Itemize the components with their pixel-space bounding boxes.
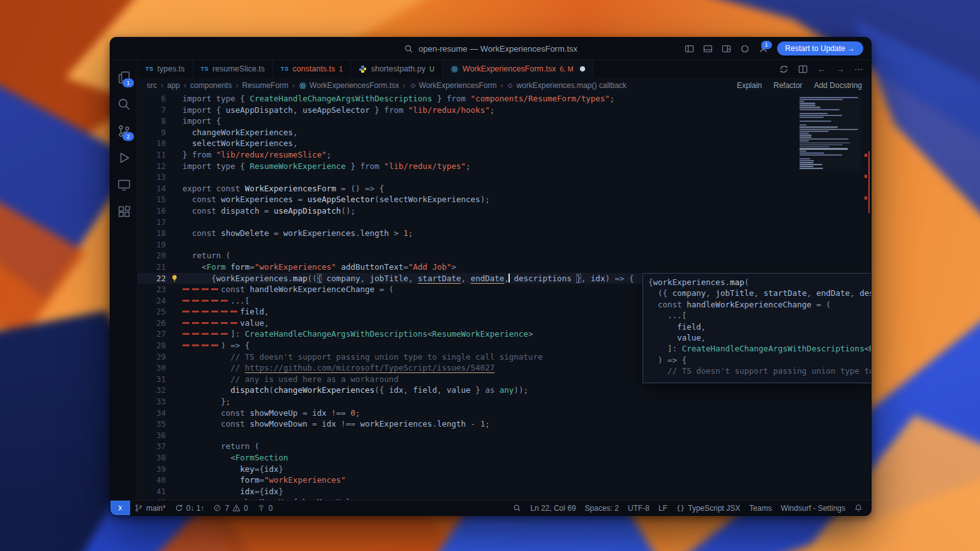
account-icon[interactable]: 1	[759, 44, 768, 54]
code-line-34[interactable]: 34 const showMoveUp = idx !== 0;	[138, 408, 871, 419]
line-number[interactable]: 22	[138, 273, 166, 284]
breadcrumb-item[interactable]: app	[167, 81, 180, 90]
status-remote[interactable]	[110, 501, 130, 515]
status-sync[interactable]: 0↓ 1↑	[170, 501, 209, 515]
breadcrumb-item[interactable]: WorkExperiencesForm.tsx	[299, 81, 399, 90]
activity-search[interactable]	[110, 91, 137, 117]
open-changes-icon[interactable]	[779, 64, 789, 74]
minimap[interactable]	[799, 96, 861, 171]
line-number[interactable]: 19	[138, 239, 166, 251]
status-ports[interactable]: 0	[253, 501, 278, 515]
line-number[interactable]: 27	[138, 328, 166, 340]
tab-resumeSlice.ts[interactable]: TSresumeSlice.ts	[193, 60, 274, 78]
line-number[interactable]: 33	[138, 396, 166, 408]
line-number[interactable]: 28	[138, 340, 166, 351]
layout-sidebar-icon[interactable]	[685, 44, 694, 54]
code-line-6[interactable]: 6import type { CreateHandleChangeArgsWit…	[138, 93, 871, 105]
line-number[interactable]: 9	[138, 127, 166, 138]
activity-explorer[interactable]: 1	[110, 64, 137, 91]
codeium-status-icon[interactable]	[740, 44, 750, 54]
window-title[interactable]: open-resume — WorkExperiencesForm.tsx	[404, 44, 577, 54]
code-action-explain[interactable]: Explain	[737, 81, 762, 90]
lightbulb-icon[interactable]	[166, 273, 182, 284]
tab-shortestpath.py[interactable]: shortestpath.pyU	[351, 60, 442, 78]
code-line-41[interactable]: 41 idx={idx}	[138, 486, 871, 497]
code-line-32[interactable]: 32 dispatch(changeWorkExperiences({ idx,…	[138, 385, 871, 396]
line-number[interactable]: 11	[138, 149, 166, 161]
line-number[interactable]: 8	[138, 115, 166, 127]
code-line-17[interactable]: 17	[138, 217, 871, 228]
status-encoding[interactable]: UTF-8	[623, 501, 654, 515]
code-line-39[interactable]: 39 key={idx}	[138, 464, 871, 475]
breadcrumb-item[interactable]: workExperiences.map() callback	[507, 81, 627, 90]
line-number[interactable]: 32	[138, 385, 166, 396]
code-line-35[interactable]: 35 const showMoveDown = idx !== workExpe…	[138, 418, 871, 430]
line-number[interactable]: 10	[138, 138, 166, 149]
code-line-42[interactable]: 42 showMoveUp={showMoveUp}	[138, 497, 871, 500]
status-notifications[interactable]	[850, 501, 867, 515]
line-number[interactable]: 37	[138, 441, 166, 452]
code-line-8[interactable]: 8import {	[138, 115, 871, 127]
line-number[interactable]: 20	[138, 250, 166, 261]
line-number[interactable]: 39	[138, 464, 166, 475]
breadcrumb-item[interactable]: src	[147, 81, 157, 90]
line-number[interactable]: 14	[138, 183, 166, 195]
activity-remote-explorer[interactable]	[110, 171, 137, 198]
code-line-33[interactable]: 33 };	[138, 396, 871, 408]
line-number[interactable]: 25	[138, 306, 166, 318]
status-indentation[interactable]: Spaces: 2	[581, 501, 623, 515]
code-line-12[interactable]: 12import type { ResumeWorkExperience } f…	[138, 161, 871, 172]
line-number[interactable]: 40	[138, 474, 166, 486]
breadcrumb-item[interactable]: components	[190, 81, 232, 90]
restart-update-button[interactable]: Restart to Update →	[777, 41, 863, 55]
line-number[interactable]: 13	[138, 172, 166, 183]
code-line-16[interactable]: 16 const dispatch = useAppDispatch();	[138, 205, 871, 217]
line-number[interactable]: 34	[138, 408, 166, 419]
code-line-20[interactable]: 20 return (	[138, 250, 871, 261]
line-number[interactable]: 23	[138, 284, 166, 295]
line-number[interactable]: 12	[138, 161, 166, 172]
titlebar[interactable]: open-resume — WorkExperiencesForm.tsx 1	[110, 38, 871, 60]
breadcrumb-item[interactable]: ResumeForm	[242, 81, 288, 90]
tab-constants.ts[interactable]: TSconstants.ts1	[273, 60, 351, 78]
line-number[interactable]: 29	[138, 351, 166, 363]
status-branch[interactable]: main*	[130, 501, 170, 515]
code-line-13[interactable]: 13	[138, 172, 871, 183]
code-action-refactor[interactable]: Refactor	[773, 81, 802, 90]
line-number[interactable]: 30	[138, 362, 166, 374]
code-line-21[interactable]: 21 <Form form="workExperiences" addButto…	[138, 261, 871, 273]
code-action-add-docstring[interactable]: Add Docstring	[814, 81, 862, 90]
code-line-10[interactable]: 10 selectWorkExperiences,	[138, 138, 871, 149]
activity-run-debug[interactable]	[110, 144, 137, 171]
line-number[interactable]: 38	[138, 452, 166, 464]
code-line-18[interactable]: 18 const showDelete = workExperiences.le…	[138, 228, 871, 239]
tab-WorkExperiencesForm.tsx[interactable]: WorkExperiencesForm.tsx6, M	[443, 60, 593, 78]
tab-types.ts[interactable]: TStypes.ts	[138, 60, 193, 78]
nav-back-icon[interactable]: ←	[817, 64, 826, 74]
code-line-38[interactable]: 38 <FormSection	[138, 452, 871, 464]
status-teams[interactable]: Teams	[745, 501, 776, 515]
line-number[interactable]: 21	[138, 261, 166, 273]
code-line-14[interactable]: 14export const WorkExperiencesForm = () …	[138, 183, 871, 195]
line-number[interactable]: 16	[138, 205, 166, 217]
nav-forward-icon[interactable]: →	[836, 64, 845, 74]
activity-extensions[interactable]	[110, 198, 137, 224]
breadcrumb-item[interactable]: WorkExperiencesForm	[410, 81, 497, 90]
split-editor-icon[interactable]	[798, 64, 808, 74]
line-number[interactable]: 35	[138, 418, 166, 430]
line-number[interactable]: 31	[138, 374, 166, 385]
line-number[interactable]: 7	[138, 105, 166, 116]
line-number[interactable]: 15	[138, 194, 166, 205]
line-number[interactable]: 41	[138, 486, 166, 497]
line-number[interactable]: 6	[138, 93, 166, 105]
status-zoom[interactable]	[509, 501, 526, 515]
more-actions-icon[interactable]: ⋯	[854, 64, 863, 74]
line-number[interactable]: 17	[138, 217, 166, 228]
line-number[interactable]: 24	[138, 295, 166, 307]
status-eol[interactable]: LF	[654, 501, 672, 515]
code-line-11[interactable]: 11} from "lib/redux/resumeSlice";	[138, 149, 871, 161]
code-line-15[interactable]: 15 const workExperiences = useAppSelecto…	[138, 194, 871, 205]
status-language-mode[interactable]: {}TypeScript JSX	[672, 501, 745, 515]
code-line-40[interactable]: 40 form="workExperiences"	[138, 474, 871, 486]
status-windsurf-settings[interactable]: Windsurf - Settings	[776, 501, 850, 515]
